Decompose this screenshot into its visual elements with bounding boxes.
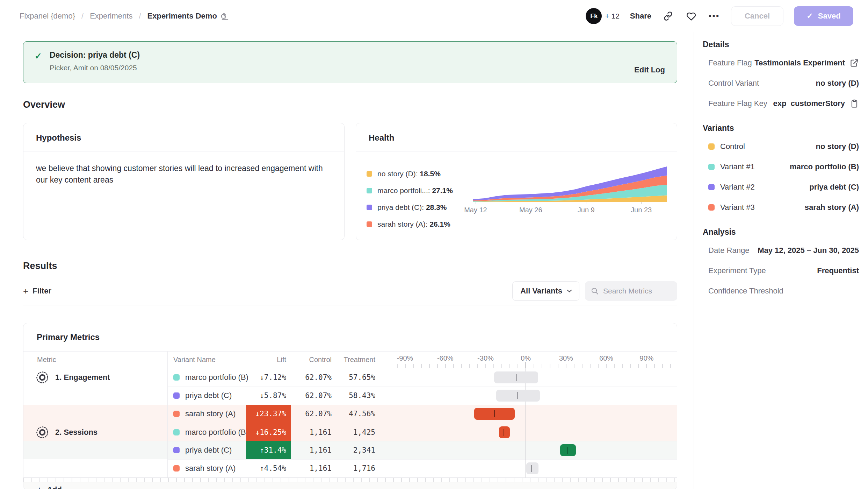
legend-swatch-icon bbox=[367, 171, 372, 177]
treatment-value: 1,716 bbox=[337, 459, 380, 477]
variants-dropdown[interactable]: All Variants bbox=[512, 281, 579, 301]
avatar-more-count[interactable]: + 12 bbox=[605, 12, 619, 20]
zero-axis-tick bbox=[526, 362, 526, 368]
sidebar-row-value: Testimonials Experiment bbox=[754, 58, 845, 68]
x-tick-label: Jun 23 bbox=[631, 206, 652, 214]
metrics-table-header: Metric Variant Name Lift Control Treatme… bbox=[23, 352, 677, 368]
legend-item[interactable]: priya debt (C): 28.3% bbox=[367, 199, 473, 216]
favorite-heart-icon[interactable] bbox=[685, 10, 697, 22]
results-toolbar: + Filter All Variants bbox=[23, 281, 677, 301]
treatment-value: 2,341 bbox=[337, 441, 380, 459]
control-value: 62.07% bbox=[291, 405, 337, 423]
sidebar-row: Variant #1marco portfolio (B) bbox=[703, 157, 859, 177]
treatment-value: 58.43% bbox=[337, 387, 380, 405]
lift-value: ↑4.54% bbox=[246, 459, 291, 477]
control-value: 62.07% bbox=[291, 368, 337, 387]
variants-heading: Variants bbox=[703, 123, 859, 133]
sidebar-row: Feature Flag Keyexp_customerStory bbox=[703, 93, 859, 114]
legend-item[interactable]: marco portfoli...: 27.1% bbox=[367, 182, 473, 199]
sidebar-row: Controlno story (D) bbox=[703, 136, 859, 157]
variant-name: priya debt (C) bbox=[185, 391, 232, 400]
metric-table-row[interactable]: 1. Engagementmarco portfolio (B)↓7.12%62… bbox=[23, 368, 677, 387]
edit-log-button[interactable]: Edit Log bbox=[634, 65, 665, 75]
legend-swatch-icon bbox=[367, 221, 372, 227]
sidebar-row-label: Variant #2 bbox=[720, 183, 755, 192]
column-header-control: Control bbox=[291, 352, 337, 368]
variant-color-icon bbox=[173, 429, 180, 435]
confidence-interval-cell bbox=[397, 459, 675, 477]
metric-table-row[interactable]: 2. Sessionsmarco portfolio (B)↓16.25%1,1… bbox=[23, 423, 677, 441]
variants-rows: Controlno story (D)Variant #1marco portf… bbox=[703, 136, 859, 218]
decision-check-icon: ✓ bbox=[35, 51, 42, 61]
sidebar-row-label: Control bbox=[720, 142, 745, 151]
variant-color-icon bbox=[173, 374, 180, 381]
metric-table-row[interactable]: sarah story (A)↓23.37%62.07%47.56% bbox=[23, 405, 677, 423]
avatar[interactable]: Fk bbox=[586, 8, 602, 24]
breadcrumb-separator: / bbox=[81, 12, 84, 21]
breadcrumb-section[interactable]: Experiments bbox=[90, 12, 132, 21]
external-link-icon[interactable] bbox=[850, 58, 859, 68]
more-options-icon[interactable]: ••• bbox=[708, 10, 721, 22]
search-metrics-input[interactable] bbox=[603, 287, 673, 295]
sidebar-row-label: Control Variant bbox=[708, 79, 759, 88]
legend-item[interactable]: sarah story (A): 26.1% bbox=[367, 216, 473, 233]
treatment-value: 1,425 bbox=[337, 423, 380, 441]
hypothesis-card: Hypothesis we believe that showing custo… bbox=[23, 123, 345, 240]
metric-table-row[interactable]: priya debt (C)↓5.87%62.07%58.43% bbox=[23, 387, 677, 405]
clipboard-icon[interactable] bbox=[850, 99, 859, 108]
health-legend: no story (D): 18.5%marco portfoli...: 27… bbox=[367, 161, 473, 233]
metric-group-label: 1. Engagement bbox=[55, 373, 110, 382]
check-icon: ✓ bbox=[806, 12, 813, 21]
cancel-button[interactable]: Cancel bbox=[731, 6, 783, 26]
confidence-interval-cell bbox=[397, 368, 675, 387]
variant-color-icon bbox=[708, 204, 715, 211]
confidence-interval-cell bbox=[397, 405, 675, 423]
variant-name: priya debt (C) bbox=[185, 446, 232, 455]
zero-line bbox=[526, 405, 526, 423]
legend-swatch-icon bbox=[367, 188, 372, 193]
saved-button[interactable]: ✓ Saved bbox=[794, 6, 853, 26]
results-heading: Results bbox=[23, 261, 677, 271]
lift-marker bbox=[567, 447, 568, 454]
legend-item[interactable]: no story (D): 18.5% bbox=[367, 165, 473, 182]
primary-metrics-title: Primary Metrics bbox=[23, 323, 677, 352]
copy-link-icon[interactable] bbox=[662, 10, 674, 22]
sidebar-row: Feature FlagTestimonials Experiment bbox=[703, 53, 859, 73]
lift-axis-label: 30% bbox=[559, 354, 573, 362]
metric-table-row[interactable]: sarah story (A)↑4.54%1,1611,716 bbox=[23, 459, 677, 477]
health-title: Health bbox=[356, 123, 677, 151]
add-filter-button[interactable]: + Filter bbox=[23, 286, 51, 296]
add-metric-button[interactable]: + Add bbox=[23, 482, 677, 489]
control-value: 62.07% bbox=[291, 387, 337, 405]
details-sidebar: Details Feature FlagTestimonials Experim… bbox=[694, 32, 868, 489]
x-tick-label: May 26 bbox=[519, 206, 542, 214]
breadcrumb: Fixpanel {demo} / Experiments / Experime… bbox=[20, 12, 230, 21]
plus-icon: + bbox=[23, 286, 28, 296]
column-header-lift: Lift bbox=[246, 352, 291, 368]
health-chart-x-axis: May 12May 26Jun 9Jun 23 bbox=[473, 202, 667, 217]
health-card: Health no story (D): 18.5%marco portfoli… bbox=[356, 123, 677, 240]
treatment-value: 47.56% bbox=[337, 405, 380, 423]
lift-marker bbox=[494, 410, 495, 417]
breadcrumb-separator: / bbox=[139, 12, 141, 21]
search-metrics-box[interactable] bbox=[585, 281, 677, 301]
zero-line bbox=[526, 478, 526, 482]
x-tick bbox=[476, 202, 476, 204]
variant-name: marco portfolio (B) bbox=[185, 428, 248, 437]
lift-marker bbox=[531, 465, 532, 472]
breadcrumb-app[interactable]: Fixpanel {demo} bbox=[20, 12, 75, 21]
sidebar-row-label: Experiment Type bbox=[708, 266, 766, 275]
metric-table-row[interactable]: priya debt (C)↑31.4%1,1612,341 bbox=[23, 441, 677, 459]
lift-axis-header: -90%-60%-30%0%30%60%90% bbox=[397, 352, 675, 368]
lift-axis-label: -60% bbox=[437, 354, 454, 362]
control-value: 1,161 bbox=[291, 459, 337, 477]
lift-axis-label: 90% bbox=[639, 354, 653, 362]
variant-name: marco portfolio (B) bbox=[185, 373, 248, 382]
share-button[interactable]: Share bbox=[630, 12, 651, 21]
avatar-group[interactable]: Fk + 12 bbox=[586, 8, 619, 24]
metric-target-icon bbox=[36, 371, 49, 384]
x-tick bbox=[641, 202, 642, 204]
metric-group-label: 2. Sessions bbox=[55, 428, 97, 437]
sidebar-row-label: Feature Flag Key bbox=[708, 99, 767, 108]
column-header-variant-name: Variant Name bbox=[168, 352, 246, 368]
